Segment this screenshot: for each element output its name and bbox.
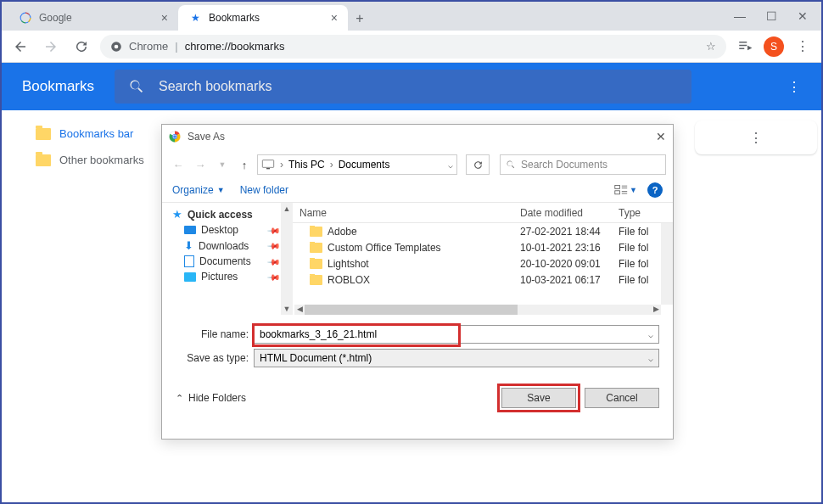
file-list: Name Date modified Type Adobe 27-02-2021… (293, 203, 673, 315)
search-icon (506, 160, 516, 170)
cancel-button[interactable]: Cancel (585, 388, 659, 408)
savetype-select[interactable]: HTML Document (*.html) ⌵ (254, 349, 659, 367)
sidebar-item-label: Other bookmarks (59, 154, 144, 166)
bookmarks-menu-icon[interactable]: ⋮ (787, 79, 801, 95)
dialog-title: Save As (188, 131, 225, 143)
maximize-icon[interactable]: ☐ (766, 9, 777, 23)
chevron-up-icon: ⌃ (176, 393, 183, 404)
pin-icon: 📌 (267, 238, 281, 252)
tree-item-downloads[interactable]: ⬇ Downloads 📌 (172, 238, 293, 254)
tree-item-documents[interactable]: Documents 📌 (172, 254, 293, 269)
new-folder-button[interactable]: New folder (240, 184, 288, 196)
sidebar-item-bookmarks-bar[interactable]: Bookmarks bar (36, 120, 163, 147)
star-favicon: ★ (188, 11, 202, 25)
column-date[interactable]: Date modified (513, 207, 612, 219)
chevron-down-icon[interactable]: ⌵ (648, 354, 653, 363)
tree-label: Desktop (201, 224, 238, 236)
file-date: 20-10-2020 09:01 (513, 258, 612, 270)
file-row[interactable]: Custom Office Templates 10-01-2021 23:16… (293, 239, 673, 255)
folder-icon (310, 275, 322, 285)
close-icon[interactable]: × (161, 11, 168, 25)
file-row[interactable]: ROBLOX 10-03-2021 06:17 File fol (293, 272, 673, 288)
breadcrumb-bar[interactable]: › This PC › Documents ⌵ (257, 154, 457, 175)
organize-menu[interactable]: Organize ▼ (172, 184, 225, 196)
scroll-down-icon[interactable]: ▼ (283, 305, 291, 313)
file-row[interactable]: Adobe 27-02-2021 18:44 File fol (293, 223, 673, 239)
kebab-menu-icon[interactable]: ⋮ (749, 130, 763, 146)
media-icon[interactable] (733, 35, 757, 59)
scroll-up-icon[interactable]: ▲ (283, 204, 291, 213)
svg-point-2 (115, 44, 119, 48)
close-icon[interactable]: ✕ (656, 130, 666, 143)
google-favicon (19, 11, 32, 25)
chevron-down-icon[interactable]: ⌵ (448, 160, 453, 170)
sidebar-item-other-bookmarks[interactable]: Other bookmarks (36, 147, 163, 173)
svg-point-6 (173, 135, 176, 138)
help-button[interactable]: ? (647, 182, 663, 198)
refresh-button[interactable] (466, 154, 490, 175)
tab-bookmarks[interactable]: ★ Bookmarks × (178, 5, 348, 31)
cancel-label: Cancel (606, 392, 637, 404)
view-mode-button[interactable]: ▼ (614, 184, 637, 196)
pictures-icon (184, 272, 196, 282)
breadcrumb-segment[interactable]: Documents (339, 159, 390, 171)
dialog-content: ★ Quick access Desktop 📌 ⬇ Downloads 📌 D… (162, 203, 673, 315)
browser-tab-bar: Google × ★ Bookmarks × + — ☐ ✕ (2, 2, 821, 31)
tree-label: Quick access (188, 209, 253, 221)
page-title: Bookmarks (22, 78, 94, 95)
search-bookmarks-input[interactable]: Search bookmarks (115, 70, 691, 104)
save-as-dialog: Save As ✕ ← → ▼ ↑ › This PC › Documents … (161, 124, 674, 440)
back-button[interactable] (8, 35, 32, 59)
nav-forward-button[interactable]: → (191, 155, 210, 174)
chevron-right-icon[interactable]: › (277, 159, 287, 171)
file-date: 10-03-2021 06:17 (513, 274, 612, 286)
close-icon[interactable]: × (331, 11, 338, 25)
tab-google[interactable]: Google × (8, 5, 178, 31)
tree-scrollbar[interactable]: ▲ ▼ (281, 203, 293, 315)
file-date: 27-02-2021 18:44 (513, 226, 612, 238)
chevron-right-icon[interactable]: › (327, 159, 337, 171)
sidebar-item-label: Bookmarks bar (59, 127, 133, 140)
omnibox-separator: | (175, 40, 177, 53)
nav-back-button[interactable]: ← (169, 155, 188, 174)
file-vscrollbar[interactable] (661, 223, 673, 305)
new-tab-button[interactable]: + (348, 7, 372, 31)
filename-input[interactable]: bookmarks_3_16_21.html ⌵ (254, 325, 659, 344)
window-controls: — ☐ ✕ (734, 9, 821, 23)
nav-recent-dropdown[interactable]: ▼ (213, 155, 232, 174)
scroll-right-icon[interactable]: ▶ (651, 305, 661, 315)
scroll-thumb[interactable] (305, 305, 518, 315)
tree-item-desktop[interactable]: Desktop 📌 (172, 222, 293, 238)
minimize-icon[interactable]: — (734, 9, 746, 23)
bookmarks-sidebar: Bookmarks bar Other bookmarks (36, 120, 163, 173)
breadcrumb-segment[interactable]: This PC (288, 159, 325, 171)
reload-button[interactable] (70, 35, 93, 59)
omnibox[interactable]: Chrome | chrome://bookmarks ☆ (100, 35, 726, 59)
file-hscrollbar[interactable]: ◀ ▶ (294, 305, 661, 315)
dialog-fields: File name: bookmarks_3_16_21.html ⌵ Save… (162, 315, 673, 367)
search-placeholder: Search bookmarks (159, 79, 272, 94)
chevron-down-icon[interactable]: ⌵ (648, 330, 653, 339)
dialog-search-input[interactable]: Search Documents (500, 154, 666, 175)
nav-up-button[interactable]: ↑ (235, 155, 254, 174)
save-button[interactable]: Save (501, 388, 576, 408)
close-window-icon[interactable]: ✕ (798, 9, 808, 23)
folder-icon (310, 259, 322, 269)
filename-label: File name: (176, 328, 249, 340)
bookmark-star-icon[interactable]: ☆ (706, 40, 716, 53)
column-name[interactable]: Name (293, 207, 513, 219)
tree-item-quick-access[interactable]: ★ Quick access (172, 206, 293, 222)
kebab-menu-icon[interactable]: ⋮ (791, 35, 815, 59)
column-type[interactable]: Type (612, 207, 673, 219)
bookmark-item-menu[interactable]: ⋮ (695, 120, 817, 154)
file-name: Custom Office Templates (328, 242, 441, 254)
hide-folders-button[interactable]: ⌃ Hide Folders (176, 392, 246, 404)
tree-item-pictures[interactable]: Pictures 📌 (172, 269, 293, 284)
savetype-value: HTML Document (*.html) (260, 352, 372, 364)
forward-button[interactable] (39, 35, 63, 59)
profile-avatar[interactable]: S (764, 36, 784, 57)
scroll-left-icon[interactable]: ◀ (294, 305, 305, 315)
tab-label: Bookmarks (209, 12, 260, 24)
file-row[interactable]: Lightshot 20-10-2020 09:01 File fol (293, 255, 673, 272)
tree-label: Downloads (199, 240, 249, 252)
